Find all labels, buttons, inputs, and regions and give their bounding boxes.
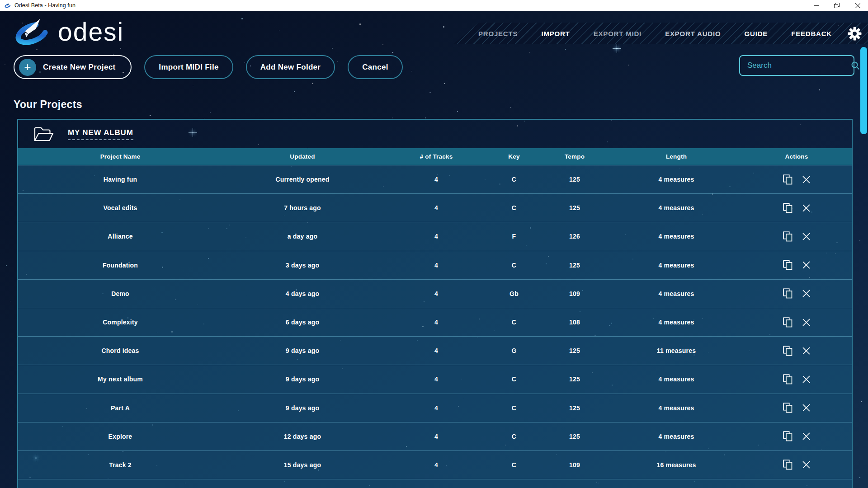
table-row[interactable]: Demo 4 days ago 4 Gb 109 4 measures: [18, 280, 852, 308]
cell-length: 4 measures: [611, 176, 741, 183]
create-new-project-label: Create New Project: [43, 63, 115, 72]
delete-project-icon[interactable]: [802, 176, 810, 183]
col-header-key: Key: [490, 153, 538, 160]
col-header-updated: Updated: [222, 153, 382, 160]
cell-key: Gb: [490, 290, 538, 297]
cell-tempo: 109: [538, 290, 611, 297]
table-row[interactable]: Track 2 15 days ago 4 C 109 16 measures: [18, 451, 852, 479]
delete-project-icon[interactable]: [802, 319, 810, 326]
table-row[interactable]: Part A 9 days ago 4 C 125 4 measures: [18, 394, 852, 422]
brand-name: odesi: [58, 17, 124, 47]
import-midi-file-label: Import MIDI File: [159, 63, 218, 72]
cell-key: C: [490, 204, 538, 211]
cell-length: 11 measures: [611, 347, 741, 354]
duplicate-project-icon[interactable]: [783, 174, 793, 185]
duplicate-project-icon[interactable]: [783, 203, 793, 213]
title-bar: Odesi Beta - Having fun: [0, 0, 868, 11]
table-row[interactable]: Complexity 6 days ago 4 C 108 4 measures: [18, 308, 852, 337]
delete-project-icon[interactable]: [802, 375, 810, 383]
table-row[interactable]: Chord ideas 9 days ago 4 G 125 11 measur…: [18, 337, 852, 365]
app-background: odesi PROJECTSIMPORTEXPORT MIDIEXPORT AU…: [0, 11, 868, 488]
scrollbar-thumb[interactable]: [860, 47, 867, 134]
duplicate-project-icon[interactable]: [783, 460, 793, 470]
table-row[interactable]: Having fun Currently opened 4 C 125 4 me…: [18, 165, 852, 194]
duplicate-project-icon[interactable]: [783, 374, 793, 385]
duplicate-project-icon[interactable]: [783, 288, 793, 299]
cell-project-name: Track 2: [18, 461, 222, 469]
nav-item-export-midi[interactable]: EXPORT MIDI: [594, 30, 642, 38]
brand-logo: odesi: [12, 16, 124, 47]
close-button[interactable]: [847, 0, 868, 11]
duplicate-project-icon[interactable]: [783, 403, 793, 413]
cell-tracks: 4: [382, 433, 490, 440]
search-icon[interactable]: [851, 61, 860, 70]
minimize-button[interactable]: [806, 0, 826, 11]
col-header-actions: Actions: [741, 153, 852, 160]
duplicate-project-icon[interactable]: [783, 317, 793, 328]
table-row[interactable]: Vocal edits 7 hours ago 4 C 125 4 measur…: [18, 194, 852, 222]
add-new-folder-label: Add New Folder: [260, 63, 321, 72]
cell-tracks: 4: [382, 290, 490, 297]
duplicate-project-icon[interactable]: [783, 346, 793, 356]
cell-project-name: Chord ideas: [18, 347, 222, 354]
add-new-folder-button[interactable]: Add New Folder: [246, 55, 335, 79]
cell-project-name: Demo: [18, 290, 222, 297]
cell-length: 4 measures: [611, 262, 741, 269]
cell-updated: Currently opened: [222, 176, 382, 183]
cell-project-name: Vocal edits: [18, 204, 222, 211]
cell-updated: 9 days ago: [222, 375, 382, 383]
cell-actions: [741, 460, 852, 470]
open-folder-icon: [33, 127, 54, 142]
delete-project-icon[interactable]: [802, 204, 810, 212]
import-midi-file-button[interactable]: Import MIDI File: [144, 55, 233, 79]
cell-key: C: [490, 262, 538, 269]
app-window: Odesi Beta - Having fun: [0, 0, 868, 488]
cell-key: C: [490, 433, 538, 440]
delete-project-icon[interactable]: [802, 261, 810, 269]
duplicate-project-icon[interactable]: [783, 431, 793, 441]
cell-updated: 6 days ago: [222, 319, 382, 326]
restore-button[interactable]: [826, 0, 847, 11]
folder-name[interactable]: MY NEW ALBUM: [68, 128, 133, 140]
cell-length: 4 measures: [611, 233, 741, 240]
plus-icon: +: [19, 59, 36, 76]
duplicate-project-icon[interactable]: [783, 231, 793, 242]
cell-updated: 3 days ago: [222, 262, 382, 269]
cell-tempo: 125: [538, 433, 611, 440]
delete-project-icon[interactable]: [802, 233, 810, 240]
nav-item-projects[interactable]: PROJECTS: [478, 30, 518, 38]
nav-item-import[interactable]: IMPORT: [541, 30, 570, 38]
table-row[interactable]: Explore 12 days ago 4 C 125 4 measures: [18, 422, 852, 451]
cell-tracks: 4: [382, 319, 490, 326]
delete-project-icon[interactable]: [802, 347, 810, 355]
cell-actions: [741, 374, 852, 385]
search-box: [739, 55, 854, 76]
nav-item-guide[interactable]: GUIDE: [745, 30, 768, 38]
cell-key: C: [490, 319, 538, 326]
duplicate-project-icon[interactable]: [783, 260, 793, 270]
delete-project-icon[interactable]: [802, 404, 810, 412]
folder-header[interactable]: MY NEW ALBUM: [18, 120, 852, 148]
cancel-button[interactable]: Cancel: [348, 55, 403, 79]
table-header-row: Project Name Updated # of Tracks Key Tem…: [18, 148, 852, 165]
table-row[interactable]: Alliance a day ago 4 F 126 4 measures: [18, 222, 852, 251]
table-row[interactable]: My next album 9 days ago 4 C 125 4 measu…: [18, 365, 852, 394]
delete-project-icon[interactable]: [802, 290, 810, 297]
table-row-partial: [18, 479, 852, 488]
cell-project-name: Complexity: [18, 319, 222, 326]
cell-tempo: 125: [538, 176, 611, 183]
create-new-project-button[interactable]: + Create New Project: [14, 55, 132, 79]
cell-tracks: 4: [382, 461, 490, 469]
settings-gear-icon[interactable]: [848, 27, 862, 41]
delete-project-icon[interactable]: [802, 432, 810, 440]
table-row[interactable]: Foundation 3 days ago 4 C 125 4 measures: [18, 251, 852, 280]
nav-item-export-audio[interactable]: EXPORT AUDIO: [665, 30, 721, 38]
cell-actions: [741, 288, 852, 299]
search-input[interactable]: [740, 61, 851, 70]
nav-item-feedback[interactable]: FEEDBACK: [791, 30, 832, 38]
cell-updated: 9 days ago: [222, 347, 382, 354]
delete-project-icon[interactable]: [802, 461, 810, 469]
cell-actions: [741, 431, 852, 441]
cell-key: C: [490, 375, 538, 383]
cell-tempo: 125: [538, 204, 611, 211]
